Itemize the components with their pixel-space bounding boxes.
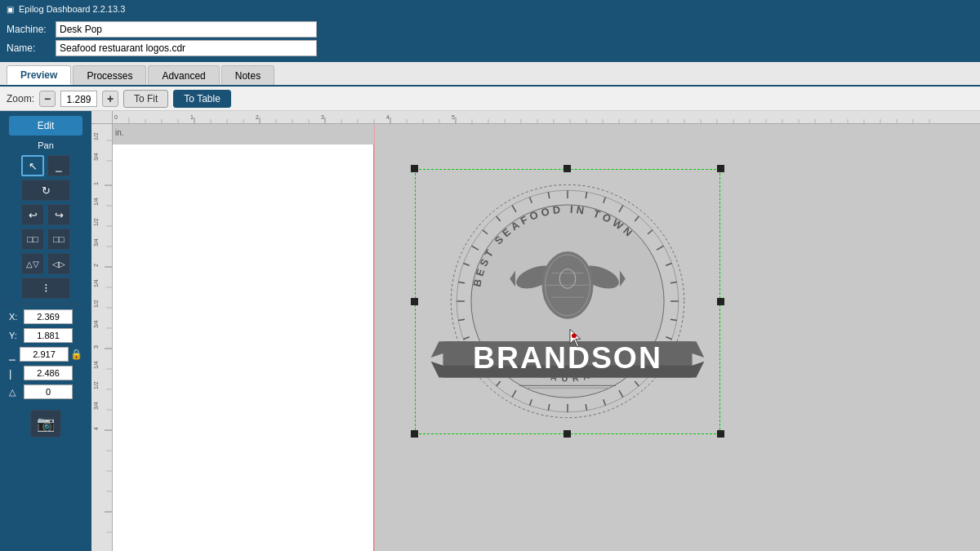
svg-line-124 xyxy=(463,264,469,266)
handle-bc[interactable] xyxy=(564,430,571,438)
tab-preview[interactable]: Preview xyxy=(7,65,71,85)
handle-bl[interactable] xyxy=(411,430,418,438)
paste-button[interactable]: □□ xyxy=(47,229,70,250)
page xyxy=(113,144,374,551)
x-coord-row: X: xyxy=(9,309,82,324)
svg-text:1/2: 1/2 xyxy=(93,132,99,140)
h-coord-row: | xyxy=(9,366,82,380)
svg-text:4: 4 xyxy=(386,114,390,120)
svg-line-116 xyxy=(512,390,516,398)
tab-advanced[interactable]: Advanced xyxy=(148,65,219,85)
handle-tr[interactable] xyxy=(717,165,724,172)
lock-icon[interactable]: 🔒 xyxy=(70,349,82,360)
to-table-button[interactable]: To Table xyxy=(173,90,230,108)
edit-button[interactable]: Edit xyxy=(9,116,82,136)
svg-text:2: 2 xyxy=(256,114,259,120)
svg-line-129 xyxy=(530,197,532,202)
canvas-area[interactable]: 0 1 2 3 xyxy=(91,111,980,551)
svg-line-99 xyxy=(635,216,639,221)
zoom-label: Zoom: xyxy=(7,93,34,104)
ruler-corner xyxy=(91,111,113,124)
svg-line-121 xyxy=(458,319,465,320)
svg-line-120 xyxy=(463,337,469,340)
svg-text:1/2: 1/2 xyxy=(93,300,99,308)
svg-line-106 xyxy=(666,337,671,340)
logo-container[interactable]: BEST SEAFOOD IN TOWN xyxy=(415,161,725,422)
main-area: Edit Pan ↖ ⎯ ↻ ↩ ↪ □□ □□ △▽ ◁▷ ⁝ xyxy=(0,111,980,551)
zoom-in-button[interactable]: + xyxy=(102,91,118,107)
svg-text:1/4: 1/4 xyxy=(93,361,99,369)
refresh-button[interactable]: ↻ xyxy=(21,180,70,201)
svg-line-103 xyxy=(670,282,677,282)
svg-line-125 xyxy=(471,246,479,250)
svg-text:1/2: 1/2 xyxy=(93,218,99,226)
svg-text:3/4: 3/4 xyxy=(93,238,99,247)
svg-text:4: 4 xyxy=(93,427,99,430)
machine-label: Machine: xyxy=(7,24,56,35)
to-fit-button[interactable]: To Fit xyxy=(123,90,168,108)
refresh-row: ↻ xyxy=(21,180,70,201)
name-input[interactable] xyxy=(56,40,317,56)
unit-label: in. xyxy=(115,128,124,137)
handle-mr[interactable] xyxy=(717,298,724,305)
h-input[interactable] xyxy=(24,366,73,380)
camera-button[interactable]: 📷 xyxy=(30,410,61,438)
zoom-out-button[interactable]: − xyxy=(39,91,56,107)
app-icon: ▣ xyxy=(7,5,14,14)
select-tool-row: ↖ ⎯ xyxy=(21,155,70,176)
toolbar: Zoom: − 1.289 + To Fit To Table xyxy=(0,87,980,111)
svg-text:5: 5 xyxy=(452,114,455,120)
a-input[interactable] xyxy=(24,384,73,399)
name-label: Name: xyxy=(7,42,56,54)
handle-br[interactable] xyxy=(717,430,724,438)
x-label: X: xyxy=(9,312,24,322)
handle-tl[interactable] xyxy=(411,165,418,172)
x-input[interactable] xyxy=(24,309,73,324)
handle-tc[interactable] xyxy=(564,165,571,172)
svg-text:BRANDSON: BRANDSON xyxy=(473,340,662,375)
a-coord-row: △ xyxy=(9,384,82,399)
svg-text:1: 1 xyxy=(93,182,99,185)
svg-line-96 xyxy=(586,192,586,198)
pan-label: Pan xyxy=(38,140,54,150)
svg-line-114 xyxy=(548,404,549,411)
tab-processes[interactable]: Processes xyxy=(73,65,146,85)
machine-input[interactable] xyxy=(56,21,317,38)
undo-redo-row: ↩ ↪ xyxy=(21,204,70,225)
copy-button[interactable]: □□ xyxy=(21,229,44,250)
dash-tool-button[interactable]: ⎯ xyxy=(47,155,70,176)
tab-notes[interactable]: Notes xyxy=(221,65,274,85)
svg-line-98 xyxy=(619,205,623,212)
svg-line-105 xyxy=(670,319,677,320)
mirror-h-button[interactable]: △▽ xyxy=(21,253,44,274)
svg-text:3: 3 xyxy=(93,345,99,349)
svg-text:3/4: 3/4 xyxy=(93,153,99,161)
handle-ml[interactable] xyxy=(411,298,418,305)
svg-line-110 xyxy=(619,390,623,398)
y-input[interactable] xyxy=(24,328,73,343)
redo-button[interactable]: ↪ xyxy=(47,204,70,225)
camera-icon: 📷 xyxy=(37,415,55,433)
copy-row: □□ □□ xyxy=(21,229,70,250)
work-area[interactable]: in. xyxy=(113,124,980,551)
svg-line-127 xyxy=(497,216,501,221)
svg-text:3/4: 3/4 xyxy=(93,320,99,328)
ruler-top: 0 1 2 3 xyxy=(113,111,980,124)
mirror-v-button[interactable]: ◁▷ xyxy=(47,253,70,274)
undo-button[interactable]: ↩ xyxy=(21,204,44,225)
grid-row: ⁝ xyxy=(21,278,70,299)
y-coord-row: Y: xyxy=(9,328,82,343)
zoom-value: 1.289 xyxy=(60,91,97,107)
svg-line-102 xyxy=(666,264,671,266)
grid-button[interactable]: ⁝ xyxy=(21,278,70,299)
w-input[interactable] xyxy=(20,347,69,362)
h-icon: | xyxy=(9,367,24,380)
logo-image: BEST SEAFOOD IN TOWN xyxy=(415,169,720,434)
svg-text:2: 2 xyxy=(93,264,99,267)
w-coord-row: ⎯ 🔒 xyxy=(9,347,82,362)
svg-text:1/4: 1/4 xyxy=(93,279,99,287)
ruler-left: 1/2 3/4 1 1/4 1/2 3/4 2 1/4 1/2 xyxy=(91,124,113,551)
pink-line xyxy=(374,124,375,551)
select-tool-button[interactable]: ↖ xyxy=(21,155,44,176)
y-label: Y: xyxy=(9,331,24,340)
